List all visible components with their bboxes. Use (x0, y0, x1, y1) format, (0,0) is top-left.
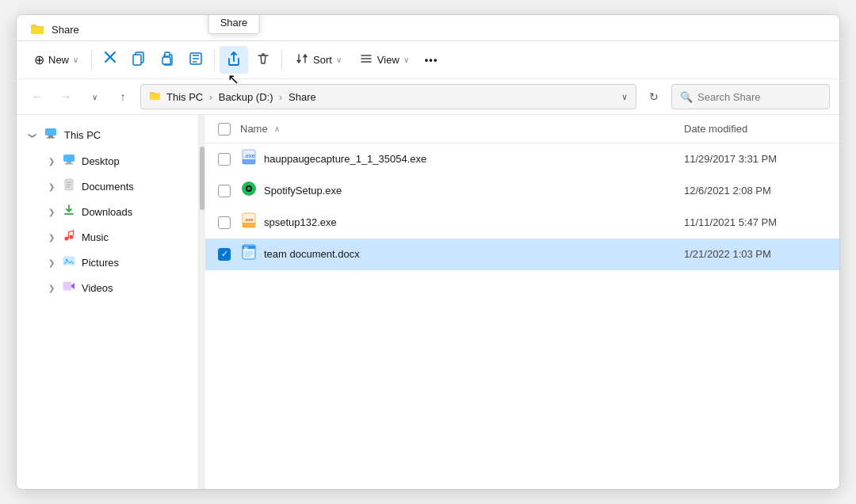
address-path: This PC › Backup (D:) › Share (166, 91, 316, 103)
sidebar-videos-icon (63, 280, 75, 296)
file-name-1: SpotifySetup.exe (264, 185, 684, 197)
sidebar-chevron-music: ❯ (48, 233, 55, 242)
forward-button[interactable]: → (55, 86, 77, 108)
sidebar-item-documents[interactable]: ❯ Documents (20, 174, 195, 199)
file-checkbox-3[interactable]: ✓ (218, 248, 231, 261)
toolbar-separator-2 (214, 49, 215, 71)
sort-label: Sort (313, 54, 332, 66)
new-chevron-icon: ∨ (73, 55, 78, 64)
svg-rect-19 (65, 163, 73, 165)
address-chevron-icon: ∨ (621, 92, 628, 102)
refresh-icon: ↻ (649, 90, 659, 103)
file-row-check-0 (218, 153, 240, 166)
table-row[interactable]: .exe spsetup132.exe 11/11/2021 5:47 PM (205, 207, 839, 239)
sidebar-scrollbar-thumb[interactable] (200, 147, 204, 210)
view-icon (359, 52, 373, 68)
copy-icon (132, 52, 146, 68)
sidebar-item-desktop[interactable]: ❯ Desktop (20, 148, 195, 174)
address-bar[interactable]: This PC › Backup (D:) › Share ∨ (140, 84, 636, 109)
file-icon-3: W (240, 243, 258, 265)
svg-text:W: W (244, 246, 248, 250)
svg-rect-36 (243, 223, 255, 227)
sidebar-item-videos[interactable]: ❯ Videos (20, 275, 195, 300)
rename-button[interactable] (182, 47, 209, 73)
search-input[interactable] (697, 91, 821, 103)
cut-icon (103, 51, 117, 69)
delete-button[interactable] (250, 47, 277, 73)
view-label: View (377, 54, 399, 66)
svg-text:.exe: .exe (244, 217, 254, 222)
file-checkbox-0[interactable] (218, 153, 231, 166)
svg-rect-6 (162, 57, 170, 64)
up-button[interactable]: ↑ (112, 86, 134, 108)
sidebar-music-icon (63, 229, 75, 245)
toolbar-separator-3 (281, 49, 282, 71)
svg-rect-3 (133, 55, 141, 65)
view-button[interactable]: View ∨ (351, 47, 417, 73)
address-row: ← → ∨ ↑ This PC › Backup (D:) › Share (17, 79, 839, 115)
title-bar: Share (17, 15, 839, 41)
sidebar-this-pc-label: This PC (64, 129, 101, 141)
more-button[interactable]: ••• (418, 49, 445, 71)
share-icon (226, 51, 242, 69)
forward-icon: → (60, 90, 71, 103)
sort-chevron-icon: ∨ (336, 55, 342, 64)
file-row-check-1 (218, 185, 240, 197)
dropdown-icon: ∨ (92, 93, 97, 101)
back-button[interactable]: ← (26, 86, 48, 108)
file-list: Name ∧ Date modified (205, 115, 839, 489)
toolbar-separator-1 (91, 49, 92, 71)
new-button[interactable]: ⊕ New ∨ (26, 48, 86, 72)
rename-icon (189, 52, 203, 68)
cut-button[interactable] (97, 46, 124, 74)
sidebar-documents-icon (63, 178, 75, 194)
sidebar-scrollbar[interactable] (199, 115, 205, 489)
explorer-window: Share ⊕ New ∨ (16, 14, 840, 490)
search-icon: 🔍 (680, 91, 693, 103)
sidebar-chevron-pictures: ❯ (48, 258, 55, 267)
refresh-button[interactable]: ↻ (643, 86, 665, 108)
sidebar-item-music[interactable]: ❯ Music (20, 224, 195, 250)
svg-point-34 (247, 187, 250, 190)
sidebar-item-downloads[interactable]: ❯ Downloads (20, 199, 195, 224)
toolbar: ⊕ New ∨ (17, 41, 839, 79)
sort-button[interactable]: Sort ∨ (287, 47, 350, 73)
delete-icon (256, 52, 270, 68)
search-box[interactable]: 🔍 (671, 84, 830, 109)
table-row[interactable]: ✓ W team document.docx 1/21/2022 (205, 239, 839, 270)
sidebar-desktop-label: Desktop (82, 155, 120, 167)
file-date-2: 11/11/2021 5:47 PM (684, 216, 827, 228)
svg-rect-18 (67, 162, 71, 163)
sidebar: ❯ This PC ❯ (17, 115, 199, 489)
file-checkbox-1[interactable] (218, 185, 231, 197)
col-name-header[interactable]: Name ∧ (240, 123, 684, 135)
file-row-check-3: ✓ (218, 248, 240, 261)
table-row[interactable]: .exe hauppaugecapture_1_1_35054.exe 11/2… (205, 143, 839, 175)
file-checkbox-2[interactable] (218, 216, 231, 229)
share-button[interactable] (220, 46, 248, 74)
file-row-check-2 (218, 216, 240, 229)
sidebar-videos-label: Videos (82, 282, 113, 294)
header-checkbox-col (218, 123, 240, 136)
svg-rect-17 (63, 155, 75, 162)
svg-point-24 (65, 237, 69, 241)
sidebar-pictures-label: Pictures (82, 257, 119, 269)
copy-button[interactable] (125, 47, 152, 73)
svg-text:.exe: .exe (244, 153, 255, 158)
sidebar-item-this-pc[interactable]: ❯ This PC (20, 121, 195, 148)
file-rows: .exe hauppaugecapture_1_1_35054.exe 11/2… (205, 143, 839, 489)
dropdown-button[interactable]: ∨ (83, 86, 105, 108)
window-title: Share (52, 24, 79, 36)
svg-rect-16 (47, 137, 55, 139)
svg-rect-15 (48, 136, 53, 137)
table-row[interactable]: SpotifySetup.exe 12/6/2021 2:08 PM (205, 175, 839, 207)
col-date-header[interactable]: Date modified (684, 123, 827, 135)
sidebar-documents-label: Documents (82, 181, 134, 193)
sidebar-chevron-this-pc: ❯ (29, 132, 37, 138)
sidebar-desktop-icon (63, 153, 75, 169)
header-checkbox[interactable] (218, 123, 231, 136)
sidebar-item-pictures[interactable]: ❯ Pictures (20, 250, 195, 275)
address-folder-icon (149, 90, 162, 105)
new-icon: ⊕ (34, 52, 44, 67)
paste-button[interactable] (154, 47, 181, 73)
